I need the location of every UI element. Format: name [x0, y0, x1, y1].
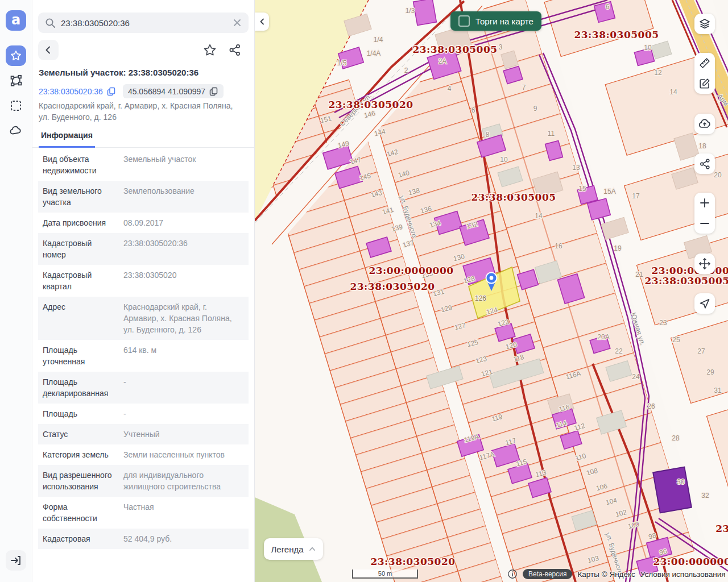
svg-text:2: 2: [404, 66, 408, 74]
pan-button[interactable]: [694, 253, 715, 274]
svg-text:126: 126: [475, 294, 486, 302]
page-title: Земельный участок: 23:38:0305020:36: [39, 68, 248, 77]
svg-text:23:38:0305005: 23:38:0305005: [471, 192, 556, 203]
address-text: Краснодарский край, г. Армавир, х. Красн…: [39, 100, 245, 123]
svg-text:26: 26: [647, 402, 655, 410]
info-row: Площадь-: [38, 404, 249, 424]
info-row-label: Вид объекта недвижимости: [43, 153, 115, 176]
svg-text:3: 3: [499, 43, 503, 51]
svg-text:16: 16: [555, 242, 562, 250]
terms-link[interactable]: Условия использования: [640, 570, 726, 579]
coordinates-value: 45.056894 41.090997: [128, 87, 205, 96]
navigate-icon: [699, 298, 710, 309]
scale-label: 50 m: [378, 570, 392, 577]
svg-text:23:00:0000000: 23:00:0000000: [651, 265, 728, 276]
cloud-tool-button[interactable]: [6, 120, 26, 141]
svg-text:20А: 20А: [597, 333, 609, 341]
icon-rail: a: [0, 0, 32, 582]
info-row-label: Площадь уточненная: [43, 344, 115, 367]
search-bar[interactable]: 23:38:0305020:36: [38, 13, 249, 33]
info-row: Форма собственностиЧастная: [38, 497, 249, 529]
svg-text:23:00:0000000: 23:00:0000000: [369, 265, 453, 276]
svg-text:11: 11: [548, 130, 555, 138]
upload-button[interactable]: [694, 114, 715, 134]
layers-button[interactable]: [694, 14, 715, 34]
info-row-value: 614 кв. м: [123, 344, 244, 367]
minus-icon: [699, 218, 710, 229]
maps-copyright-link[interactable]: Карты © Яндекс: [577, 570, 635, 579]
draw-button[interactable]: [694, 73, 715, 94]
logo-glyph: a: [11, 13, 20, 27]
svg-text:13: 13: [572, 164, 580, 172]
copy-icon[interactable]: [209, 86, 218, 96]
polygon-select-tool-button[interactable]: [6, 70, 26, 91]
measure-button[interactable]: [694, 53, 715, 73]
info-row-label: Кадастровый номер: [43, 238, 115, 260]
auction-toggle[interactable]: Торги на карте: [450, 11, 541, 31]
info-row: Кадастровый квартал23:38:0305020: [38, 265, 249, 297]
map-viewport[interactable]: 1511491471451431411391371331311291271251…: [255, 0, 728, 582]
info-row-value: Краснодарский край, г. Армавир, х. Красн…: [123, 301, 244, 335]
info-row-value: 23:38:0305020:36: [123, 238, 244, 260]
info-row-label: Адрес: [43, 301, 115, 335]
tab-information[interactable]: Информация: [39, 127, 95, 148]
info-row: Кадастровая52 404,9 руб.: [38, 529, 249, 549]
share-button[interactable]: [228, 43, 242, 57]
svg-text:23:00:0000000: 23:00:0000000: [653, 556, 728, 567]
building-dark-purple: [653, 467, 692, 513]
svg-text:1/4А: 1/4А: [367, 49, 381, 57]
info-row-value: Учтенный: [123, 429, 244, 440]
legend-label: Легенда: [271, 544, 303, 554]
cadastral-number-chip[interactable]: 23:38:0305020:36: [39, 86, 116, 96]
svg-text:23:38:0305005: 23:38:0305005: [574, 29, 659, 40]
svg-text:29: 29: [706, 368, 714, 376]
svg-text:27: 27: [697, 347, 705, 355]
svg-text:24: 24: [632, 373, 640, 381]
svg-text:28: 28: [672, 434, 680, 442]
info-row-value: -: [123, 376, 244, 399]
dashed-square-icon: [9, 99, 23, 113]
favorite-star-button[interactable]: [203, 43, 217, 57]
map-canvas: 1511491471451431411391371331311291271251…: [255, 0, 728, 582]
polygon-icon: [9, 74, 23, 88]
svg-text:4: 4: [448, 85, 452, 93]
svg-text:6: 6: [606, 3, 610, 11]
back-button[interactable]: [38, 40, 59, 60]
info-row-label: Вид разрешенного использования: [43, 469, 115, 492]
app-logo[interactable]: a: [6, 10, 26, 31]
legend-button[interactable]: Легенда: [264, 538, 323, 560]
svg-text:1/4: 1/4: [374, 36, 383, 44]
svg-text:18: 18: [698, 142, 706, 150]
svg-text:23:38:0305005: 23:38:0305005: [412, 44, 497, 55]
clear-search-icon[interactable]: [233, 18, 242, 27]
svg-text:10: 10: [644, 44, 652, 52]
plus-icon: [699, 197, 710, 209]
zoom-in-button[interactable]: [694, 193, 715, 213]
zoom-out-button[interactable]: [694, 213, 715, 234]
collapse-panel-button[interactable]: [255, 13, 269, 31]
info-row-label: Кадастровая: [43, 533, 115, 544]
search-input[interactable]: 23:38:0305020:36: [61, 18, 228, 28]
logout-button[interactable]: [6, 550, 26, 571]
favorites-tool-button[interactable]: [6, 45, 26, 66]
selected-parcel-label: 126: [475, 294, 486, 302]
coordinates-chip[interactable]: 45.056894 41.090997: [123, 84, 224, 98]
locate-button[interactable]: [694, 293, 715, 314]
svg-text:22: 22: [615, 347, 623, 355]
scale-bar: 50 m: [352, 569, 418, 579]
share-map-button[interactable]: [694, 153, 715, 174]
info-row-value: Земельный участок: [123, 153, 244, 176]
area-select-tool-button[interactable]: [6, 95, 26, 116]
svg-text:23: 23: [659, 319, 667, 327]
chevron-up-icon: [308, 545, 316, 553]
info-icon[interactable]: [507, 569, 518, 579]
chips-row: 23:38:0305020:36 45.056894 41.090997: [39, 84, 224, 98]
detail-header: [38, 40, 249, 60]
svg-text:23:: 23:: [715, 523, 728, 534]
svg-text:15А: 15А: [603, 188, 615, 196]
info-row-label: Площадь декларированная: [43, 376, 115, 399]
copy-icon[interactable]: [106, 86, 116, 96]
auction-checkbox[interactable]: [458, 15, 470, 27]
svg-text:10: 10: [500, 156, 508, 164]
cadastral-number-link[interactable]: 23:38:0305020:36: [39, 87, 103, 96]
